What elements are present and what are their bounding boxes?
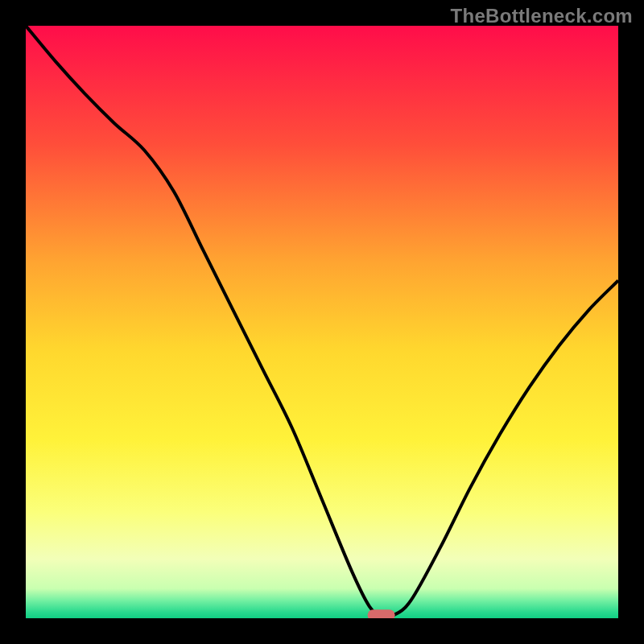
gradient-background — [26, 26, 618, 618]
chart-frame: TheBottleneck.com — [0, 0, 644, 644]
watermark-text: TheBottleneck.com — [451, 5, 633, 27]
bottleneck-chart — [0, 0, 644, 644]
